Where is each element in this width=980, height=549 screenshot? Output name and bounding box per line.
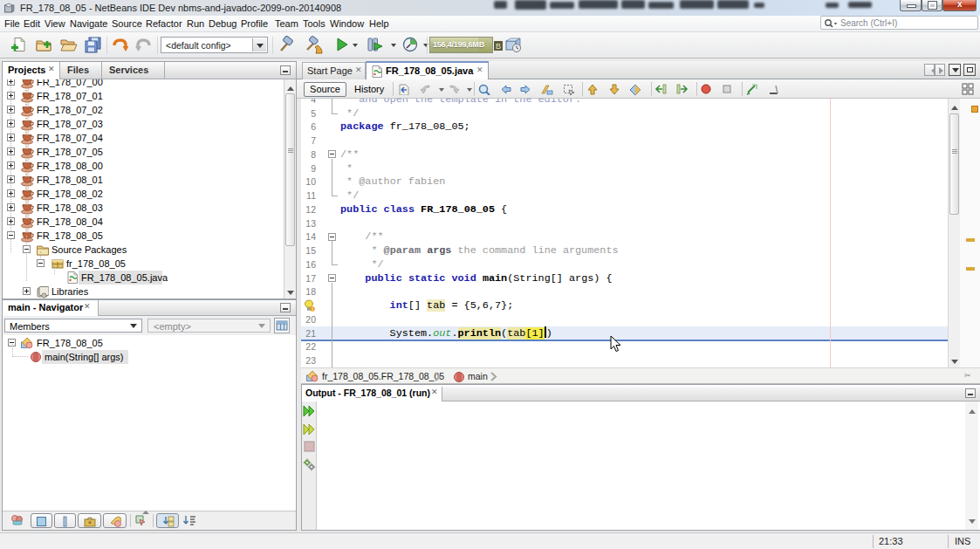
svg-text:B: B bbox=[496, 42, 501, 51]
